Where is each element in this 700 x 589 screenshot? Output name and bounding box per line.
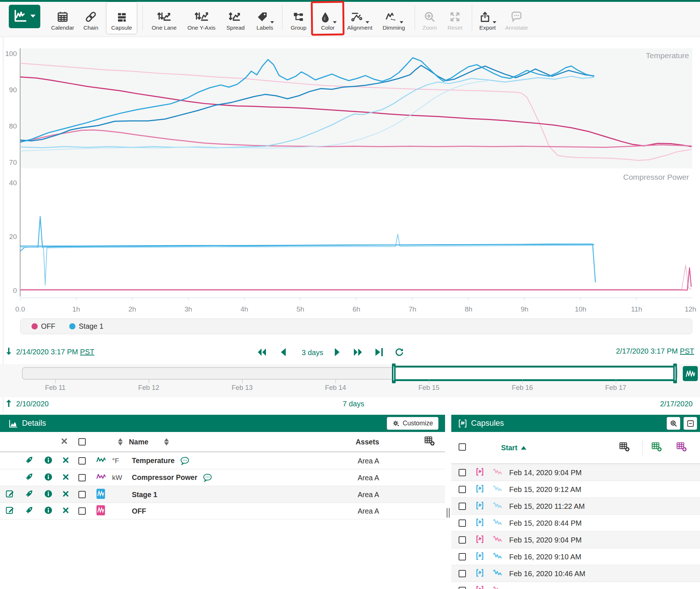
rocket-icon[interactable] <box>24 506 34 517</box>
chain-button[interactable]: Chain <box>79 2 102 34</box>
capsules-collapse-button[interactable] <box>684 417 697 430</box>
item-name-cell[interactable]: Temperature <box>132 456 190 465</box>
info-icon[interactable] <box>44 489 53 500</box>
step-forward-button[interactable] <box>334 347 341 359</box>
series-off-flat-magenta <box>20 268 691 290</box>
details-row-stage1[interactable]: Stage 1 Area A <box>0 486 445 503</box>
add-column-icon[interactable] <box>619 442 630 454</box>
capsule-brackets-icon <box>475 467 484 478</box>
capsule-row[interactable]: Feb 15, 2020 11:22 AM <box>451 497 700 514</box>
remove-icon[interactable] <box>62 507 69 515</box>
sort-asc-icon <box>521 446 526 450</box>
details-table-header: Name Assets <box>0 432 445 452</box>
trend-view-button[interactable] <box>9 5 40 28</box>
capsule-set-icon[interactable] <box>683 366 698 381</box>
color-label: Color <box>321 25 334 31</box>
temperature-trend-chart[interactable] <box>20 48 692 168</box>
info-icon[interactable] <box>44 473 53 483</box>
info-icon[interactable] <box>44 456 53 466</box>
remove-icon[interactable] <box>62 456 69 465</box>
item-name-cell[interactable]: Stage 1 <box>132 490 157 499</box>
row-checkbox[interactable] <box>78 474 86 481</box>
row-checkbox[interactable] <box>78 457 86 465</box>
range-end-link[interactable]: 2/17/2020 3:17 PM PST <box>616 347 694 355</box>
color-button[interactable]: Color <box>314 2 341 34</box>
add-stats-columns-icon[interactable] <box>651 442 662 454</box>
name-column-header[interactable]: Name <box>129 437 148 446</box>
step-forward-large-button[interactable] <box>352 347 363 359</box>
duration-label[interactable]: 3 days <box>295 348 330 357</box>
remove-icon[interactable] <box>62 490 69 499</box>
export-button[interactable]: Export <box>475 2 500 34</box>
capsule-checkbox[interactable] <box>459 536 466 544</box>
calendar-icon <box>56 8 69 23</box>
labels-button[interactable]: Labels <box>251 2 278 34</box>
alignment-button[interactable]: Alignment <box>344 2 376 34</box>
sort-icon[interactable] <box>118 438 123 446</box>
info-icon[interactable] <box>44 506 53 516</box>
investigate-end-link[interactable]: 2/17/2020 <box>660 400 693 408</box>
step-back-large-button[interactable] <box>256 347 267 359</box>
timeline-selection[interactable] <box>394 366 676 381</box>
step-back-button[interactable] <box>280 347 286 359</box>
legend-item-stage1[interactable]: Stage 1 <box>69 322 103 331</box>
capsule-checkbox[interactable] <box>459 503 466 510</box>
selection-right-handle[interactable] <box>673 364 677 383</box>
capsule-row[interactable]: Feb 16, 2020 9:10 AM <box>451 548 700 565</box>
one-y-axis-button[interactable]: One Y-Axis <box>184 2 219 34</box>
spread-button[interactable]: Spread <box>222 2 249 34</box>
capsule-row[interactable]: Feb 15, 2020 9:04 PM <box>451 531 700 548</box>
investigate-start-link[interactable]: 2/10/2020 <box>16 400 49 408</box>
capsule-checkbox[interactable] <box>459 519 466 527</box>
details-row-compressor-power[interactable]: kW Compressor Power Area A <box>0 469 445 486</box>
capsule-row[interactable]: Feb 15, 2020 9:12 AM <box>451 481 700 497</box>
select-all-checkbox[interactable] <box>78 438 86 446</box>
investigate-duration-label[interactable]: 7 days <box>332 400 375 408</box>
capsule-row[interactable]: Feb 16, 2020 10:46 AM <box>451 565 700 582</box>
panel-resize-handle[interactable] <box>445 508 451 518</box>
legend-item-off[interactable]: OFF <box>32 322 55 331</box>
compressor-power-trend-chart[interactable] <box>20 170 692 297</box>
remove-all-icon[interactable] <box>61 437 68 446</box>
calendar-button[interactable]: Calendar <box>49 2 77 34</box>
add-properties-columns-icon[interactable] <box>676 442 687 454</box>
rocket-icon[interactable] <box>24 489 34 500</box>
item-name-cell[interactable]: Compressor Power <box>132 473 212 482</box>
rocket-icon[interactable] <box>24 455 34 466</box>
rocket-icon[interactable] <box>24 472 34 483</box>
refresh-icon[interactable] <box>394 347 404 359</box>
capsule-checkbox[interactable] <box>459 486 466 493</box>
capsule-row[interactable]: Feb 14, 2020 9:04 PM <box>451 464 700 481</box>
capsule-checkbox[interactable] <box>459 570 466 577</box>
comment-bubble-icon[interactable] <box>203 473 212 482</box>
start-column-header[interactable]: Start <box>501 444 526 452</box>
remove-icon[interactable] <box>62 473 69 482</box>
header-divider <box>642 440 643 456</box>
row-checkbox[interactable] <box>78 507 86 515</box>
details-row-off[interactable]: OFF Area A <box>0 503 445 519</box>
customize-button[interactable]: Customize <box>387 417 438 430</box>
dimming-button[interactable]: Dimming <box>378 2 410 34</box>
edit-icon[interactable] <box>5 506 15 517</box>
capsule-checkbox[interactable] <box>459 587 466 589</box>
capsule-checkbox[interactable] <box>459 553 466 560</box>
select-all-capsules-checkbox[interactable] <box>459 443 466 451</box>
one-lane-button[interactable]: One Lane <box>147 2 182 34</box>
capsule-row[interactable]: Feb 15, 2020 8:44 PM <box>451 514 700 531</box>
capsule-button[interactable]: Capsule <box>107 2 137 34</box>
arrow-up-icon <box>5 399 13 409</box>
item-name-cell[interactable]: OFF <box>132 507 146 515</box>
capsule-checkbox[interactable] <box>459 469 466 476</box>
comment-bubble-icon[interactable] <box>180 456 190 465</box>
step-to-end-button[interactable] <box>374 347 384 359</box>
row-checkbox[interactable] <box>78 491 86 498</box>
capsules-zoom-button[interactable] <box>667 417 680 430</box>
assets-column-header[interactable]: Assets <box>356 437 379 446</box>
group-button[interactable]: Group <box>286 2 311 34</box>
capsule-row[interactable] <box>451 582 700 589</box>
edit-icon[interactable] <box>5 489 15 500</box>
details-row-temperature[interactable]: °F Temperature Area A <box>0 452 445 469</box>
add-column-icon[interactable] <box>424 436 435 448</box>
sort-icon[interactable] <box>164 438 169 446</box>
range-start-link[interactable]: 2/14/2020 3:17 PM PST <box>16 348 94 356</box>
